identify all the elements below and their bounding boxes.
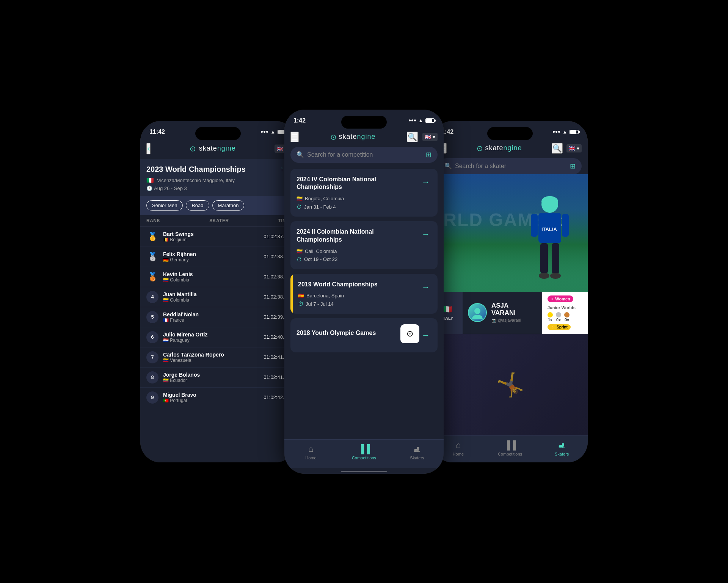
competition-card-1[interactable]: 2024 IV Colombian National Championships… (290, 169, 438, 217)
nav-home-label-center: Home (305, 456, 316, 460)
rank-num-badge-4: 4 (146, 291, 158, 303)
competition-card-4[interactable]: 2018 Youth Olympic Games ⊙ → (290, 318, 438, 352)
skater-name-7: Carlos Tarazona Ropero (163, 352, 259, 358)
skater-info-3: Kevin Lenis 🇨🇴 Colombia (163, 271, 259, 283)
skater-profile: ASJA VARANI 📷 @asjavarani (463, 292, 542, 334)
comp-arrow-2[interactable]: → (420, 228, 431, 241)
rank-num-badge-5: 5 (146, 311, 158, 323)
svg-point-9 (541, 196, 558, 207)
competition-date: 🕐 Aug 26 - Sep 3 (146, 185, 290, 191)
rank-silver-badge: 🥈 (146, 251, 158, 263)
chip-senior-men[interactable]: Senior Men (146, 200, 183, 211)
skater-country-4: 🇨🇴 Colombia (163, 297, 259, 303)
comp-card-title-2: 2024 II Colombian National Championships (297, 228, 420, 244)
athlete-svg: ITALIA (523, 193, 576, 292)
skater-card-info: 🇮🇹 ITALY ASJA VARANI (432, 292, 588, 334)
rank-num-badge-8: 8 (146, 371, 158, 383)
competition-card-2[interactable]: 2024 II Colombian National Championships… (290, 221, 438, 269)
result-row: 8 Jorge Bolanos 🇪🇨 Ecuador 01:02:41.53 (140, 368, 296, 388)
home-icon-right: ⌂ (456, 440, 461, 450)
nav-home-center[interactable]: ⌂ Home (284, 444, 337, 460)
silver-dot (556, 312, 561, 317)
center-header: ☰ ⊙ skatengine 🔍 🇬🇧 ▾ (284, 129, 444, 147)
right-header: ☰ ⊙ skatengine 🔍 🇬🇧 ▾ (432, 140, 588, 158)
comp-card-left-4: 2018 Youth Olympic Games (297, 329, 417, 342)
center-logo-icon: ⊙ (330, 132, 337, 141)
skater-name-2: Felix Rijhnen (163, 251, 259, 257)
nav-competitions-right[interactable]: ▐▐ Competitions (484, 440, 536, 456)
comp-flag-3: 🇪🇸 (298, 293, 304, 299)
rank-num-badge-7: 7 (146, 351, 158, 363)
nav-skaters-center[interactable]: ⛸ Skaters (391, 444, 444, 460)
svg-point-8 (550, 273, 561, 279)
skater-name-5: Beddiaf Nolan (163, 311, 259, 317)
comp-flag-1: 🇨🇴 (297, 196, 303, 201)
comp-accent-3 (290, 274, 293, 314)
competition-card-3[interactable]: 2019 World Championships 🇪🇸 Barcelona, S… (290, 274, 438, 314)
right-logo-area: ⊙ skatengine (450, 144, 548, 153)
nav-skaters-label-right: Skaters (555, 452, 569, 456)
skater-country-1: 🇧🇪 Belgium (163, 237, 259, 242)
instagram-handle: 📷 @asjavarani (491, 318, 537, 323)
logo-text-left: skatengine (199, 145, 236, 152)
phone-center: 1:42 ▲ ☰ ⊙ skatengine 🔍 (284, 110, 444, 474)
menu-button-center[interactable]: ☰ (290, 132, 299, 142)
result-row: 7 Carlos Tarazona Ropero 🇻🇪 Venezuela 01… (140, 347, 296, 368)
back-button[interactable]: ‹ (146, 143, 151, 154)
skater-info-8: Jorge Bolanos 🇪🇨 Ecuador (163, 372, 259, 383)
competition-search-placeholder: Search for a competition (307, 151, 423, 158)
result-row: 🥈 Felix Rijhnen 🇩🇪 Germany 01:02:38.09 (140, 247, 296, 267)
time-center: 1:42 (293, 117, 306, 124)
signal-icon-left (261, 131, 268, 133)
search-button-center[interactable]: 🔍 (407, 132, 418, 142)
competition-search-bar[interactable]: 🔍 Search for a competition ⊞ (290, 147, 438, 163)
search-button-right[interactable]: 🔍 (552, 143, 563, 154)
chip-marathon[interactable]: Marathon (212, 200, 245, 211)
rank-col-header: RANK (146, 218, 160, 223)
comp-card-title-1: 2024 IV Colombian National Championships (297, 176, 420, 192)
logo-icon-left: ⊙ (190, 144, 196, 153)
language-button-center[interactable]: 🇬🇧 ▾ (422, 133, 438, 141)
home-indicator-center (341, 471, 387, 472)
comp-arrow-1[interactable]: → (420, 176, 431, 189)
avatar-svg (471, 306, 484, 319)
svg-point-10 (474, 308, 480, 314)
skater-country-7: 🇻🇪 Venezuela (163, 358, 259, 363)
comp-arrow-4[interactable]: → (420, 329, 431, 342)
competition-list: 2024 IV Colombian National Championships… (284, 169, 444, 439)
comp-card-date-3: ⏱ Jul 7 - Jul 14 (298, 301, 420, 307)
chip-road[interactable]: Road (186, 200, 209, 211)
comp-card-date-2: ⏱ Oct 19 - Oct 22 (297, 256, 420, 262)
nav-competitions-center[interactable]: ▐▐ Competitions (337, 444, 391, 460)
clock-icon-left: 🕐 (146, 185, 152, 191)
dynamic-island-right (487, 127, 533, 140)
skater-info-9: Miguel Bravo 🇵🇹 Portugal (163, 392, 259, 403)
filter-sliders-right[interactable]: ⊞ (570, 162, 576, 170)
time-left: 11:42 (149, 129, 165, 135)
skater-avatar (468, 303, 487, 322)
comp-card-location-3: 🇪🇸 Barcelona, Spain (298, 293, 420, 299)
nav-skaters-right[interactable]: ⛸ Skaters (536, 440, 588, 456)
home-icon-center: ⌂ (308, 444, 313, 454)
skater-country-2: 🇩🇪 Germany (163, 257, 259, 262)
filter-sliders-icon[interactable]: ⊞ (426, 151, 431, 159)
language-button-right[interactable]: 🇬🇧 ▾ (566, 144, 582, 152)
svg-rect-6 (552, 243, 559, 273)
competition-title: 2023 World Championships (146, 165, 290, 174)
status-icons-right: ▲ (553, 129, 579, 135)
skater-name-8: Jorge Bolanos (163, 372, 259, 378)
bronze-dot (564, 312, 570, 317)
comp-card-title-3: 2019 World Championships (298, 281, 420, 289)
skater-col-header: SKATER (209, 218, 229, 223)
skater-search-bar[interactable]: 🔍 Search for a skater ⊞ (438, 158, 582, 174)
gold-count: 1x (548, 317, 552, 322)
right-logo-icon: ⊙ (477, 144, 483, 153)
skater-name-1: Bart Swings (163, 231, 259, 237)
skater-country-3: 🇨🇴 Colombia (163, 277, 259, 283)
comp-card-left-2: 2024 II Colombian National Championships… (297, 228, 420, 262)
results-header: RANK SKATER TIME (140, 215, 296, 227)
comp-arrow-3[interactable]: → (420, 281, 431, 294)
skater-country-8: 🇪🇨 Ecuador (163, 378, 259, 383)
skater-info-1: Bart Swings 🇧🇪 Belgium (163, 231, 259, 242)
share-button[interactable]: ↑ (280, 165, 284, 173)
